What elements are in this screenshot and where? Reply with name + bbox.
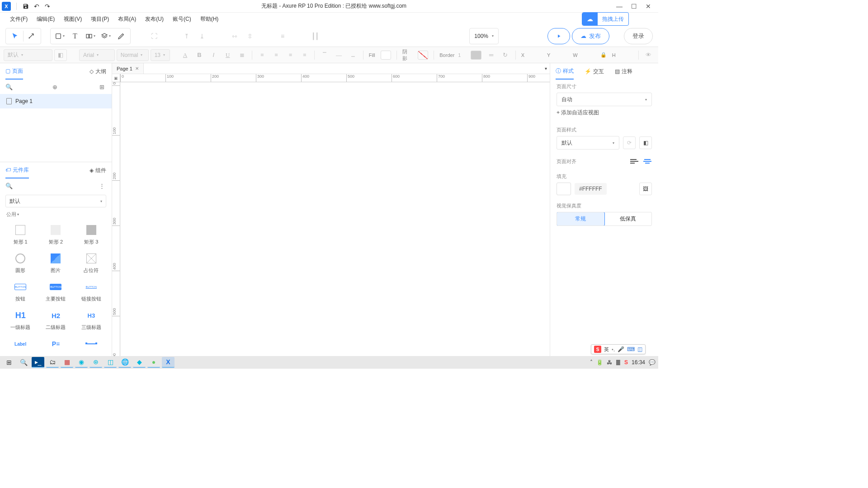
tray-notification-icon[interactable]: 💬 [649, 359, 656, 366]
tab-interactions[interactable]: ⚡交互 [585, 63, 604, 80]
widget-paragraph[interactable]: P≡ [39, 335, 72, 355]
ruler-horizontal[interactable]: 0 100 200 300 400 500 600 700 800 900 [120, 74, 550, 82]
pointer-tool[interactable] [8, 30, 22, 42]
library-select[interactable]: 默认▾ [5, 195, 106, 207]
menu-help[interactable]: 帮助(H) [196, 14, 223, 25]
canvas-tab[interactable]: Page 1 ✕ [112, 63, 144, 74]
app-task-icon[interactable]: ▦ [61, 357, 73, 368]
close-icon[interactable]: ✕ [644, 3, 653, 10]
login-button[interactable]: 登录 [624, 28, 653, 44]
save-icon[interactable] [20, 1, 31, 12]
bold-icon[interactable]: B [193, 49, 205, 61]
widget-line[interactable] [75, 335, 108, 355]
text-tool[interactable]: T [68, 30, 82, 42]
border-style-icon[interactable]: ═ [485, 49, 497, 61]
tab-outline[interactable]: ◇大纲 [90, 63, 106, 80]
font-select[interactable]: Arial▾ [79, 49, 115, 61]
underline-icon[interactable]: U [222, 49, 234, 61]
manage-styles-icon[interactable]: ◧ [639, 136, 652, 149]
align-right-text-icon[interactable]: ≡ [284, 49, 297, 61]
valign-mid-icon[interactable]: — [333, 49, 345, 61]
y-input[interactable] [554, 50, 569, 60]
widget-h2[interactable]: H2二级标题 [39, 307, 72, 333]
app5-task-icon[interactable]: ◆ [133, 357, 146, 368]
lib-search-icon[interactable]: 🔍 [5, 183, 13, 189]
x-input[interactable] [528, 50, 543, 60]
page-style-select[interactable]: 默认▾ [557, 136, 619, 150]
widget-image[interactable]: 图片 [39, 250, 72, 277]
tray-chevron-icon[interactable]: ˄ [590, 359, 593, 366]
edge-task-icon[interactable]: 🌐 [118, 357, 131, 368]
border-color-swatch[interactable] [471, 51, 481, 60]
minimize-icon[interactable]: — [615, 3, 624, 10]
search-icon[interactable]: 🔍 [5, 84, 13, 90]
menu-publish[interactable]: 发布(U) [141, 14, 168, 25]
widget-label[interactable]: Label [4, 335, 37, 355]
visibility-icon[interactable]: 👁 [642, 49, 655, 61]
font-weight-select[interactable]: Normal▾ [117, 49, 149, 61]
style-manager-icon[interactable]: ◧ [54, 49, 66, 61]
border-arrow-icon[interactable]: ↻ [499, 49, 511, 61]
tab-pages[interactable]: ▢页面 [5, 63, 23, 80]
redo-icon[interactable]: ↷ [42, 1, 53, 12]
preview-button[interactable] [547, 28, 570, 44]
menu-file[interactable]: 文件(F) [5, 14, 32, 25]
ime-voice-icon[interactable]: 🎤 [618, 346, 624, 352]
tab-masters[interactable]: ◈组件 [90, 162, 106, 178]
widget-rect3[interactable]: 矩形 3 [75, 221, 108, 248]
app3-task-icon[interactable]: ⊛ [90, 357, 102, 368]
lib-category[interactable]: 公用▾ [0, 209, 112, 220]
fill-image-icon[interactable]: 🖼 [639, 183, 652, 195]
italic-icon[interactable]: I [208, 49, 220, 61]
connector-tool[interactable] [24, 30, 39, 42]
fidelity-normal[interactable]: 常规 [557, 212, 605, 226]
widget-primary-button[interactable]: BUTTON主要按钮 [39, 278, 72, 305]
page-dim-select[interactable]: 自动▾ [557, 93, 652, 106]
font-color-icon[interactable]: A [179, 49, 191, 61]
tab-style[interactable]: ⓘ样式 [556, 63, 574, 80]
lock-aspect-icon[interactable]: 🔒 [599, 52, 609, 58]
app2-task-icon[interactable]: ◉ [75, 357, 88, 368]
lib-menu-icon[interactable]: ⋮ [97, 183, 106, 189]
canvas[interactable] [120, 82, 550, 356]
widget-rect1[interactable]: 矩形 1 [4, 221, 37, 248]
add-adaptive-link[interactable]: + 添加自适应视图 [557, 106, 652, 119]
insert-tool[interactable] [83, 30, 98, 42]
fill-swatch[interactable] [381, 51, 392, 60]
zoom-select[interactable]: 100% ▾ [469, 28, 499, 44]
widget-h3[interactable]: H3三级标题 [75, 307, 108, 333]
align-left-text-icon[interactable]: ≡ [256, 49, 268, 61]
axure-task-icon[interactable]: X [162, 357, 175, 368]
widget-button[interactable]: BUTTON按钮 [4, 278, 37, 305]
page-item[interactable]: Page 1 [0, 94, 112, 108]
menu-edit[interactable]: 编辑(E) [32, 14, 59, 25]
ime-toolbar[interactable]: S 英 •, 🎤 ⌨ ◫ [591, 344, 646, 354]
ruler-corner[interactable]: ▣ [112, 74, 120, 82]
menu-view[interactable]: 视图(V) [59, 14, 86, 25]
font-size-select[interactable]: 13▾ [151, 49, 170, 61]
valign-top-icon[interactable]: ⎺ [318, 49, 330, 61]
publish-button[interactable]: ☁ 发布 [572, 28, 609, 44]
w-input[interactable] [581, 50, 597, 60]
widget-circle[interactable]: 圆形 [4, 250, 37, 277]
tab-widgets[interactable]: 🏷元件库 [5, 162, 29, 178]
menu-layout[interactable]: 布局(A) [113, 14, 141, 25]
tray-ime-icon[interactable]: ䷀ [616, 359, 621, 366]
ime-keyboard-icon[interactable]: ⌨ [627, 346, 635, 352]
page-align-left-icon[interactable] [630, 157, 639, 166]
menu-project[interactable]: 项目(P) [86, 14, 113, 25]
tab-dropdown-icon[interactable]: ▾ [545, 66, 547, 71]
style-select[interactable]: 默认▾ [4, 49, 52, 61]
menu-account[interactable]: 账号(C) [168, 14, 196, 25]
align-justify-icon[interactable]: ≡ [298, 49, 311, 61]
tab-notes[interactable]: ▤注释 [615, 63, 632, 80]
valign-bot-icon[interactable]: ⎽ [347, 49, 359, 61]
align-center-text-icon[interactable]: ≡ [270, 49, 282, 61]
widget-placeholder[interactable]: 占位符 [75, 250, 108, 277]
update-style-icon[interactable]: ⟳ [623, 136, 636, 149]
app6-task-icon[interactable]: ● [147, 357, 160, 368]
app4-task-icon[interactable]: ◫ [104, 357, 117, 368]
fill-color-swatch[interactable] [557, 183, 571, 195]
pen-tool[interactable] [114, 30, 128, 42]
search-task-icon[interactable]: 🔍 [17, 357, 30, 368]
